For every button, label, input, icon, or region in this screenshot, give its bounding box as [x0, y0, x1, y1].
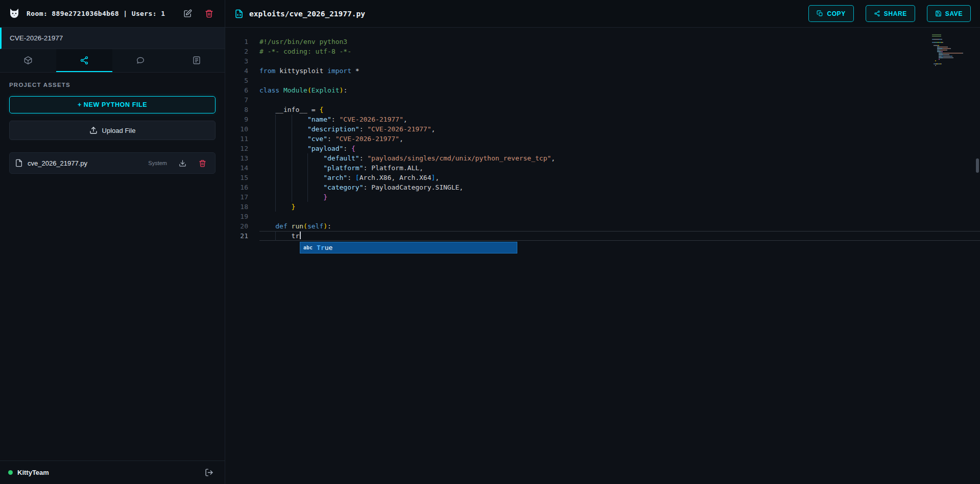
line-number: 9	[225, 114, 259, 124]
text-cursor	[300, 232, 301, 239]
share-icon	[874, 10, 880, 17]
line-number: 7	[225, 95, 259, 105]
file-owner-badge: System	[148, 160, 167, 166]
team-name: KittyTeam	[17, 469, 197, 476]
code-editor[interactable]: 1#!/usr/bin/env python32# -*- coding: ut…	[225, 28, 980, 484]
edit-room-button[interactable]	[180, 6, 195, 21]
code-line[interactable]: 1#!/usr/bin/env python3	[225, 37, 980, 47]
editor-header: exploits/cve_2026_21977.py COPY SHARE SA…	[225, 0, 980, 28]
copy-button-label: COPY	[827, 10, 845, 17]
line-number: 5	[225, 76, 259, 85]
project-assets-title: PROJECT ASSETS	[9, 82, 216, 88]
project-title: CVE-2026-21977	[0, 28, 225, 49]
line-number: 21	[225, 231, 259, 241]
scrollbar-thumb[interactable]	[976, 158, 979, 173]
tab-project[interactable]	[56, 49, 112, 72]
upload-icon	[89, 126, 98, 134]
file-icon	[15, 159, 23, 167]
chat-icon	[136, 56, 145, 65]
line-number: 20	[225, 221, 259, 231]
code-line[interactable]: 20def run(self):	[225, 221, 980, 231]
code-line[interactable]: 10"description": "CVE-2026-21977",	[225, 124, 980, 134]
suggestion-label: True	[317, 244, 332, 251]
code-lines: 1#!/usr/bin/env python32# -*- coding: ut…	[225, 28, 980, 241]
editor-panel: exploits/cve_2026_21977.py COPY SHARE SA…	[225, 0, 980, 484]
code-line[interactable]: 8__info__ = {	[225, 105, 980, 114]
cube-icon	[23, 56, 33, 65]
line-number: 17	[225, 192, 259, 202]
upload-file-button[interactable]: Upload File	[9, 121, 216, 140]
code-line[interactable]: 2# -*- coding: utf-8 -*-	[225, 47, 980, 56]
code-line[interactable]: 17}	[225, 192, 980, 202]
tab-modules[interactable]	[0, 49, 56, 72]
line-number: 11	[225, 134, 259, 144]
code-line[interactable]: 18}	[225, 202, 980, 212]
code-line[interactable]: 13"default": "payloads/singles/cmd/unix/…	[225, 153, 980, 163]
code-line[interactable]: 5	[225, 76, 980, 85]
line-number: 10	[225, 124, 259, 134]
line-number: 8	[225, 105, 259, 114]
share-button-label: SHARE	[884, 10, 907, 17]
line-number: 3	[225, 56, 259, 66]
new-python-file-button[interactable]: + NEW PYTHON FILE	[9, 96, 216, 113]
room-label: Room: 889e2721036b4b68 | Users: 1	[27, 10, 174, 17]
copy-button[interactable]: COPY	[808, 5, 853, 22]
tab-chat[interactable]	[112, 49, 169, 72]
layout: Room: 889e2721036b4b68 | Users: 1 CVE-20…	[0, 0, 980, 484]
app: { "colors": { "accent": "#00e5ff", "dang…	[0, 0, 980, 484]
code-line[interactable]: 7	[225, 95, 980, 105]
line-number: 19	[225, 212, 259, 221]
line-number: 12	[225, 144, 259, 153]
code-line[interactable]: 6class Module(Exploit):	[225, 85, 980, 95]
code-line[interactable]: 16"category": PayloadCategory.SINGLE,	[225, 182, 980, 192]
code-line[interactable]: 11"cve": "CVE-2026-21977",	[225, 134, 980, 144]
note-icon	[192, 56, 201, 65]
code-line[interactable]: 3	[225, 56, 980, 66]
save-button-label: SAVE	[945, 10, 963, 17]
line-number: 1	[225, 37, 259, 47]
line-number: 4	[225, 66, 259, 76]
autocomplete-popup[interactable]: abc True	[300, 242, 517, 253]
line-number: 14	[225, 163, 259, 173]
code-line[interactable]: 4from kittysploit import *	[225, 66, 980, 76]
code-line[interactable]: 21tr	[225, 231, 980, 241]
delete-room-button[interactable]	[201, 6, 217, 21]
minimap[interactable]	[932, 34, 973, 66]
sidebar-tabs	[0, 49, 225, 73]
kitty-logo-icon	[8, 8, 20, 20]
line-number: 2	[225, 47, 259, 56]
abc-suggestion-icon: abc	[303, 245, 313, 250]
share-button[interactable]: SHARE	[866, 5, 915, 22]
project-assets-panel: PROJECT ASSETS + NEW PYTHON FILE Upload …	[0, 73, 225, 460]
line-number: 15	[225, 173, 259, 182]
save-icon	[935, 10, 942, 17]
file-code-icon	[234, 9, 244, 18]
download-file-button[interactable]	[175, 155, 190, 171]
online-status-dot	[8, 470, 13, 475]
line-number: 13	[225, 153, 259, 163]
upload-file-label: Upload File	[102, 127, 136, 134]
save-button[interactable]: SAVE	[927, 5, 971, 22]
line-number: 18	[225, 202, 259, 212]
tab-notes[interactable]	[169, 49, 225, 72]
line-number: 6	[225, 85, 259, 95]
leave-room-button[interactable]	[201, 465, 217, 480]
copy-icon	[817, 10, 823, 17]
open-file-path: exploits/cve_2026_21977.py	[249, 10, 797, 18]
code-line[interactable]: 14"platform": Platform.ALL,	[225, 163, 980, 173]
code-line[interactable]: 15"arch": [Arch.X86, Arch.X64],	[225, 173, 980, 182]
share-nodes-icon	[80, 56, 89, 65]
sidebar: Room: 889e2721036b4b68 | Users: 1 CVE-20…	[0, 0, 225, 484]
line-number: 16	[225, 182, 259, 192]
sidebar-footer: KittyTeam	[0, 460, 225, 484]
room-bar: Room: 889e2721036b4b68 | Users: 1	[0, 0, 225, 28]
file-name: cve_2026_21977.py	[28, 159, 144, 167]
file-list-item[interactable]: cve_2026_21977.py System	[9, 152, 216, 174]
code-line[interactable]: 9"name": "CVE-2026-21977",	[225, 114, 980, 124]
code-line[interactable]: 19	[225, 212, 980, 221]
code-line[interactable]: 12"payload": {	[225, 144, 980, 153]
delete-file-button[interactable]	[195, 155, 210, 171]
